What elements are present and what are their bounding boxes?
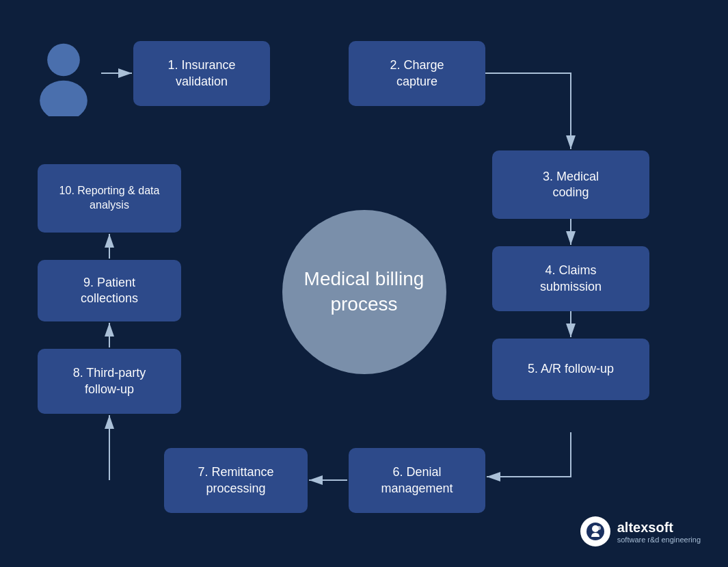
brand-name: altexsoft <box>617 520 701 536</box>
box7: 7. Remittanceprocessing <box>164 448 308 513</box>
center-circle: Medical billing process <box>282 210 446 374</box>
svg-point-11 <box>597 526 601 530</box>
logo-text: altexsoft software r&d engineering <box>617 520 701 544</box>
svg-point-1 <box>40 81 87 116</box>
brand-sub: software r&d engineering <box>617 536 701 544</box>
svg-point-0 <box>47 44 80 77</box>
person-icon <box>33 41 94 116</box>
box8: 8. Third-partyfollow-up <box>38 349 181 414</box>
logo-circle <box>580 516 610 546</box>
diagram-container: 1. Insurancevalidation2. Chargecapture3.… <box>0 0 728 567</box>
box4: 4. Claimssubmission <box>492 246 649 311</box>
box9: 9. Patientcollections <box>38 260 181 321</box>
box6: 6. Denialmanagement <box>349 448 485 513</box>
box5: 5. A/R follow-up <box>492 339 649 400</box>
center-circle-label: Medical billing process <box>282 267 446 317</box>
box1: 1. Insurancevalidation <box>133 41 270 106</box>
box10: 10. Reporting & dataanalysis <box>38 164 181 233</box>
logo-icon <box>586 522 605 541</box>
logo-area: altexsoft software r&d engineering <box>580 516 701 546</box>
box2: 2. Chargecapture <box>349 41 485 106</box>
box3: 3. Medicalcoding <box>492 150 649 219</box>
